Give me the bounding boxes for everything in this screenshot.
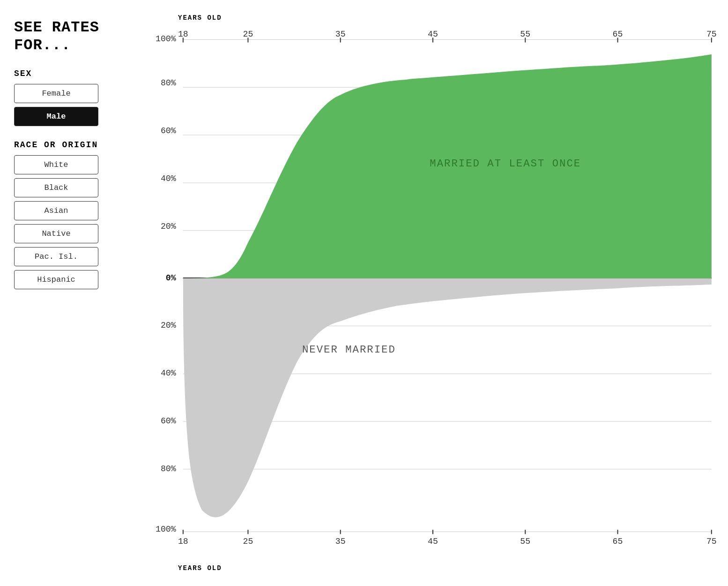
married-label: MARRIED AT LEAST ONCE (430, 158, 581, 170)
years-old-bottom-label: YEARS OLD (178, 564, 222, 572)
svg-text:35: 35 (335, 537, 346, 546)
svg-text:55: 55 (520, 30, 530, 39)
chart-svg: 100% 80% 60% 40% 20% 0% 20% 40% 60% 80% … (150, 28, 719, 553)
svg-text:0%: 0% (166, 273, 176, 283)
svg-text:75: 75 (706, 537, 717, 546)
svg-text:20%: 20% (161, 222, 176, 231)
sex-section-label: SEX (14, 69, 145, 78)
sidebar: SEE RATESFOR... SEX Female Male RACE OR … (14, 14, 145, 572)
svg-text:80%: 80% (161, 78, 176, 88)
svg-text:100%: 100% (156, 34, 176, 44)
svg-text:25: 25 (243, 537, 253, 546)
hispanic-button[interactable]: Hispanic (14, 270, 98, 289)
svg-text:100%: 100% (156, 525, 176, 534)
page-title: SEE RATESFOR... (14, 19, 145, 55)
svg-text:75: 75 (706, 30, 717, 39)
chart-area: YEARS OLD YEARS OLD 100% 80% 60% 40% 20%… (145, 14, 719, 572)
sex-button-group: Female Male (14, 84, 145, 126)
svg-text:35: 35 (335, 30, 346, 39)
never-married-area (183, 278, 712, 518)
page-container: SEE RATESFOR... SEX Female Male RACE OR … (0, 0, 728, 586)
race-section-label: RACE OR ORIGIN (14, 140, 145, 150)
never-married-label: NEVER MARRIED (302, 344, 396, 356)
svg-text:55: 55 (520, 537, 530, 546)
svg-text:45: 45 (428, 30, 438, 39)
svg-text:20%: 20% (161, 321, 176, 330)
race-button-group: White Black Asian Native Pac. Isl. Hispa… (14, 155, 145, 289)
black-button[interactable]: Black (14, 178, 98, 197)
pac-isl-button[interactable]: Pac. Isl. (14, 247, 98, 266)
svg-text:60%: 60% (161, 126, 176, 135)
svg-text:18: 18 (178, 30, 188, 39)
white-button[interactable]: White (14, 155, 98, 174)
years-old-top-label: YEARS OLD (178, 14, 222, 22)
svg-text:18: 18 (178, 537, 188, 546)
svg-text:25: 25 (243, 30, 253, 39)
svg-text:40%: 40% (161, 174, 176, 183)
svg-text:80%: 80% (161, 464, 176, 473)
svg-text:60%: 60% (161, 416, 176, 426)
male-button[interactable]: Male (14, 107, 98, 126)
svg-text:45: 45 (428, 537, 438, 546)
svg-text:65: 65 (613, 537, 623, 546)
svg-text:65: 65 (613, 30, 623, 39)
native-button[interactable]: Native (14, 224, 98, 243)
chart-wrapper: YEARS OLD YEARS OLD 100% 80% 60% 40% 20%… (150, 14, 719, 572)
asian-button[interactable]: Asian (14, 201, 98, 220)
svg-text:40%: 40% (161, 368, 176, 378)
female-button[interactable]: Female (14, 84, 98, 103)
